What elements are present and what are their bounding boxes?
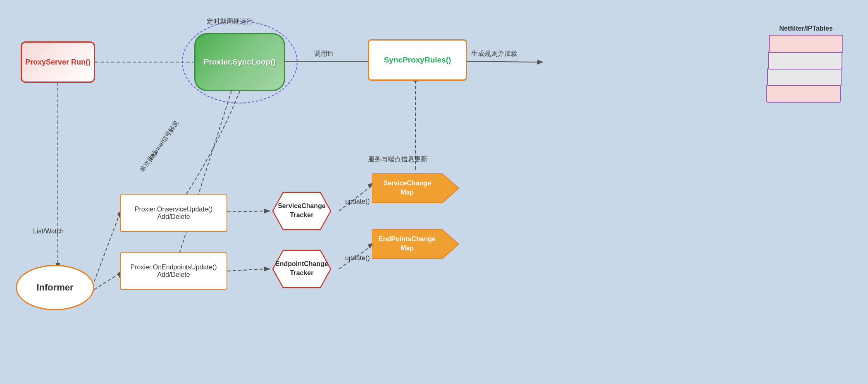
svg-text:Map: Map (401, 245, 414, 252)
diagram-container: ProxyServer Run() Proxier.SyncLoop() 定时期… (8, 8, 860, 376)
svg-marker-33 (372, 230, 459, 259)
sync-loop-label: Proxier.SyncLoop() (204, 58, 276, 67)
service-change-map-node: ServiceChange Map (372, 172, 459, 205)
svg-text:Map: Map (401, 189, 414, 196)
proxy-server-node: ProxyServer Run() (21, 41, 95, 83)
svg-line-12 (227, 211, 265, 212)
on-endpoints-update-line2: Add/Delete (131, 271, 217, 278)
update-endpoint-label: update() (345, 254, 370, 262)
proxy-server-label: ProxyServer Run() (25, 58, 91, 67)
sync-proxy-rules-node: SyncProxyRules() (368, 39, 467, 81)
netfilter-stack (765, 35, 847, 118)
svg-marker-24 (273, 192, 331, 230)
endpoints-change-map-node: EndPointsChange Map (372, 228, 459, 261)
on-service-update-line2: Add/Delete (135, 213, 213, 221)
on-endpoints-update-node: Proxier.OnEndpointsUpdate() Add/Delete (120, 252, 227, 290)
sync-proxy-rules-label: SyncProxyRules() (384, 55, 451, 65)
svg-marker-5 (537, 60, 544, 65)
sync-loop-node: Proxier.SyncLoop() (194, 33, 285, 91)
svg-text:ServiceChange: ServiceChange (278, 202, 326, 209)
svg-line-4 (467, 61, 537, 62)
on-endpoints-update-line1: Proxier.OnEndpointsUpdate() (131, 264, 217, 271)
generate-rules-label: 生成规则并加载 (471, 50, 517, 58)
periodic-label: 定时期周期运行 (207, 17, 253, 26)
endpoint-tracker-node: EndpointChange Tracker (265, 246, 339, 292)
list-watch-label: List/Watch (33, 228, 64, 235)
svg-text:EndPointsChange: EndPointsChange (379, 235, 436, 242)
informer-label: Informer (36, 282, 73, 293)
svg-line-14 (227, 269, 265, 271)
svg-text:Tracker: Tracker (290, 211, 314, 218)
service-tracker-node: ServiceChange Tracker (265, 188, 339, 234)
svg-text:EndpointChange: EndpointChange (275, 260, 328, 267)
call-fn-label: 调用fn (314, 50, 333, 58)
update-service-label: update() (345, 198, 370, 205)
stack-layer-3 (767, 68, 842, 86)
service-endpoint-update-label: 服务与端点信息更新 (368, 155, 427, 164)
netfilter-title: Netfilter/IPTables (765, 25, 847, 32)
svg-marker-27 (273, 250, 331, 288)
svg-line-8 (94, 213, 120, 281)
stack-layer-4 (766, 84, 841, 103)
stack-layer-1 (769, 35, 843, 53)
netfilter-container: Netfilter/IPTables (765, 25, 847, 118)
informer-node: Informer (16, 265, 94, 310)
stack-layer-2 (768, 51, 842, 70)
svg-marker-30 (372, 174, 459, 203)
svg-text:Tracker: Tracker (290, 269, 314, 276)
svg-text:ServiceChange: ServiceChange (383, 180, 431, 187)
on-service-update-line1: Proxier.OnserviceUpdate() (135, 206, 213, 213)
on-service-update-node: Proxier.OnserviceUpdate() Add/Delete (120, 194, 227, 232)
single-exec-label: 单次执行 (138, 149, 159, 173)
svg-line-10 (94, 273, 120, 290)
